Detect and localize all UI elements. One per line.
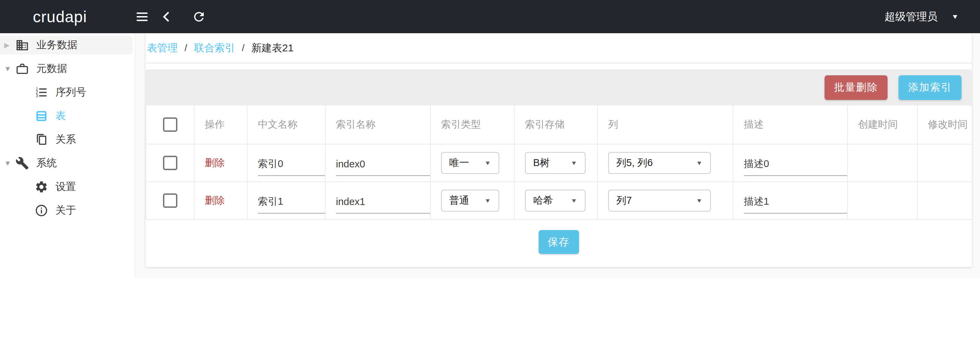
column-header-name: 中文名称 <box>247 105 325 144</box>
select-value: 普通 <box>449 194 469 208</box>
main-area: 表管理 / 联合索引 / 新建表21 批量删除 添加索引 操作 中文名称 索引名… <box>135 33 980 278</box>
sidebar-item-relations[interactable]: 关系 <box>0 128 135 151</box>
sidebar-item-label: 表 <box>56 109 66 123</box>
refresh-icon[interactable] <box>191 9 207 25</box>
columns-select[interactable]: 列7 ▼ <box>608 190 711 211</box>
chevron-down-icon: ▼ <box>571 197 578 204</box>
sidebar-item-label: 序列号 <box>56 85 86 99</box>
column-header-index-name: 索引名称 <box>325 105 430 144</box>
info-icon <box>34 203 49 218</box>
chevron-down-icon: ▼ <box>951 13 959 20</box>
svg-text:3: 3 <box>36 94 38 98</box>
column-header-index-storage: 索引存储 <box>514 105 598 144</box>
sidebar-item-label: 业务数据 <box>36 38 77 52</box>
chevron-down-icon: ▼ <box>571 159 578 166</box>
add-index-button[interactable]: 添加索引 <box>899 75 961 100</box>
sidebar-item-settings[interactable]: 设置 <box>0 175 135 198</box>
sidebar-item-system[interactable]: ▼ 系统 <box>0 151 135 175</box>
copy-icon <box>34 132 49 147</box>
column-header-description: 描述 <box>733 105 848 144</box>
column-header-action: 操作 <box>194 105 247 144</box>
index-storage-select[interactable]: 哈希 ▼ <box>525 190 585 211</box>
chevron-down-icon[interactable]: ▼ <box>0 159 15 167</box>
breadcrumb-link-composite-index[interactable]: 联合索引 <box>194 41 235 55</box>
app-logo: crudapi <box>0 8 115 26</box>
select-value: B树 <box>533 156 550 170</box>
breadcrumb-current: 新建表21 <box>251 41 293 55</box>
content-card: 表管理 / 联合索引 / 新建表21 批量删除 添加索引 操作 中文名称 索引名… <box>146 33 972 267</box>
delete-link[interactable]: 删除 <box>205 157 224 168</box>
table-row: 删除 唯一 ▼ B树 ▼ <box>146 144 972 182</box>
sidebar-item-metadata[interactable]: ▼ 元数据 <box>0 57 135 81</box>
briefcase-icon <box>15 62 29 76</box>
created-cell <box>848 144 917 182</box>
chevron-down-icon: ▼ <box>484 159 491 166</box>
index-name-input[interactable] <box>336 196 430 214</box>
sidebar-item-about[interactable]: 关于 <box>0 198 135 222</box>
sidebar-item-label: 设置 <box>56 180 76 194</box>
column-header-modified: 修改时间 <box>917 105 972 144</box>
index-table: 操作 中文名称 索引名称 索引类型 索引存储 列 描述 创建时间 修改时间 删除 <box>146 105 972 220</box>
column-header-created: 创建时间 <box>848 105 917 144</box>
select-value: 列5, 列6 <box>616 156 653 170</box>
save-row: 保存 <box>146 220 972 264</box>
numbered-list-icon: 123 <box>34 85 49 100</box>
building-icon <box>15 38 29 52</box>
save-button[interactable]: 保存 <box>539 230 579 254</box>
select-value: 唯一 <box>449 156 469 170</box>
index-type-select[interactable]: 普通 ▼ <box>441 190 499 211</box>
chevron-down-icon[interactable]: ▼ <box>0 65 15 73</box>
created-cell <box>848 182 917 219</box>
column-header-index-type: 索引类型 <box>430 105 514 144</box>
sidebar-item-business-data[interactable]: ▶ 业务数据 <box>0 33 135 57</box>
columns-select[interactable]: 列5, 列6 ▼ <box>608 152 711 174</box>
index-name-input[interactable] <box>336 159 430 176</box>
back-icon[interactable] <box>159 9 175 25</box>
index-storage-select[interactable]: B树 ▼ <box>525 152 585 174</box>
table-row: 删除 普通 ▼ 哈希 ▼ <box>146 182 972 219</box>
sidebar: ▶ 业务数据 ▼ 元数据 123 序列号 表 关系 ▼ 系统 <box>0 33 135 278</box>
wrench-icon <box>15 156 29 170</box>
header-nav-icons <box>134 9 207 25</box>
chevron-right-icon[interactable]: ▶ <box>0 41 15 49</box>
sidebar-item-label: 系统 <box>36 156 57 170</box>
table-icon <box>34 109 49 123</box>
table-header-row: 操作 中文名称 索引名称 索引类型 索引存储 列 描述 创建时间 修改时间 <box>146 105 972 144</box>
select-all-checkbox[interactable] <box>163 118 177 132</box>
select-value: 哈希 <box>533 194 553 208</box>
breadcrumb: 表管理 / 联合索引 / 新建表21 <box>146 33 972 64</box>
user-name: 超级管理员 <box>885 10 937 24</box>
modified-cell <box>917 144 972 182</box>
modified-cell <box>917 182 972 219</box>
name-input[interactable] <box>258 159 325 176</box>
description-input[interactable] <box>744 159 847 176</box>
select-value: 列7 <box>616 194 632 208</box>
index-type-select[interactable]: 唯一 ▼ <box>441 152 499 174</box>
sidebar-item-label: 元数据 <box>36 62 67 76</box>
sidebar-item-table[interactable]: 表 <box>0 104 135 128</box>
name-input[interactable] <box>258 196 325 214</box>
row-checkbox[interactable] <box>163 194 177 208</box>
breadcrumb-link-table-management[interactable]: 表管理 <box>147 41 178 55</box>
description-input[interactable] <box>744 196 847 214</box>
column-header-columns: 列 <box>598 105 733 144</box>
row-checkbox[interactable] <box>163 156 177 170</box>
delete-link[interactable]: 删除 <box>205 195 224 206</box>
sidebar-item-label: 关于 <box>56 203 76 218</box>
chevron-down-icon: ▼ <box>696 159 703 166</box>
user-menu[interactable]: 超级管理员 ▼ <box>885 10 959 24</box>
menu-icon[interactable] <box>134 9 150 25</box>
batch-delete-button[interactable]: 批量删除 <box>824 75 888 100</box>
breadcrumb-separator: / <box>185 43 187 53</box>
sidebar-item-label: 关系 <box>56 132 76 146</box>
breadcrumb-separator: / <box>242 43 245 53</box>
table-toolbar: 批量删除 添加索引 <box>146 70 972 105</box>
chevron-down-icon: ▼ <box>696 197 703 204</box>
gear-icon <box>34 180 49 194</box>
chevron-down-icon: ▼ <box>484 197 491 204</box>
sidebar-item-sequence[interactable]: 123 序列号 <box>0 81 135 104</box>
top-bar: crudapi 超级管理员 ▼ <box>0 0 980 33</box>
